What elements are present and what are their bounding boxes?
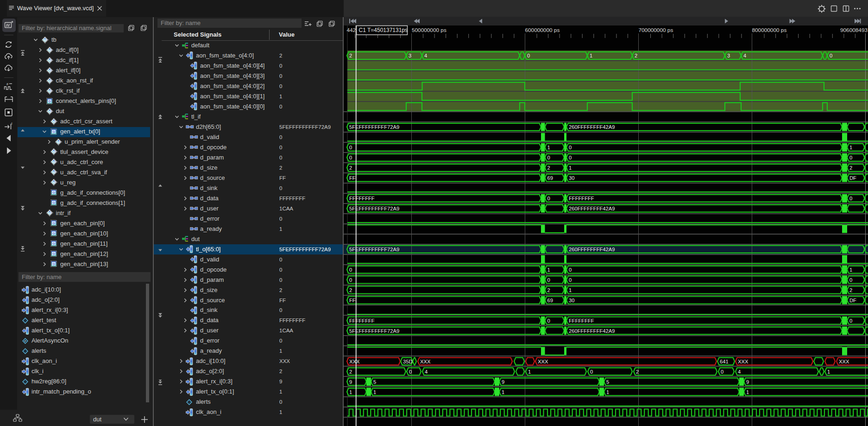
svg-text:FF: FF (349, 298, 356, 303)
svg-text:0: 0 (547, 318, 550, 324)
svg-text:0: 0 (547, 155, 550, 160)
svg-text:2: 2 (547, 287, 550, 293)
svg-text:0: 0 (547, 277, 550, 283)
svg-text:30: 30 (569, 175, 574, 181)
svg-text:2: 2 (349, 287, 352, 293)
svg-text:0: 0 (569, 267, 572, 273)
svg-text:3: 3 (727, 53, 730, 58)
svg-text:69: 69 (547, 298, 553, 303)
svg-text:69: 69 (547, 175, 553, 181)
svg-text:0: 0 (569, 277, 572, 283)
svg-text:442: 442 (347, 27, 356, 33)
svg-text:1: 1 (827, 369, 830, 375)
svg-text:4: 4 (743, 53, 746, 58)
svg-text:0: 0 (849, 277, 852, 283)
svg-text:641: 641 (720, 359, 729, 364)
svg-text:4: 4 (738, 369, 741, 375)
svg-text:906008493 ps: 906008493 ps (840, 27, 868, 33)
svg-text:1: 1 (590, 53, 592, 58)
svg-text:2: 2 (635, 53, 637, 58)
svg-text:XXX: XXX (839, 359, 849, 364)
svg-text:XXX: XXX (420, 359, 431, 364)
svg-text:DF: DF (849, 175, 856, 181)
svg-text:3: 3 (409, 53, 411, 58)
svg-text:9: 9 (349, 379, 352, 385)
svg-text:1: 1 (746, 389, 749, 395)
svg-text:9: 9 (502, 379, 504, 385)
svg-text:0: 0 (569, 155, 572, 160)
svg-text:FF: FF (349, 175, 356, 181)
svg-text:0: 0 (349, 155, 352, 160)
svg-text:2: 2 (349, 369, 352, 375)
svg-text:0: 0 (409, 369, 412, 375)
svg-text:500000000 ps: 500000000 ps (412, 27, 447, 33)
svg-text:5FEFFFFFFFFF72A9: 5FEFFFFFFFFF72A9 (349, 247, 399, 252)
svg-text:30: 30 (569, 298, 574, 303)
svg-text:35D: 35D (403, 359, 413, 364)
svg-text:2: 2 (849, 287, 852, 293)
svg-text:0: 0 (849, 196, 852, 201)
svg-text:FFFFFFFF: FFFFFFFF (569, 318, 594, 324)
svg-text:1: 1 (849, 267, 852, 273)
svg-text:1: 1 (502, 389, 504, 395)
svg-text:2: 2 (849, 165, 852, 171)
svg-text:1: 1 (349, 389, 352, 395)
svg-text:5FEFFFFFFFFF72A9: 5FEFFFFFFFFF72A9 (349, 328, 399, 334)
svg-text:5: 5 (373, 379, 376, 385)
svg-text:1: 1 (373, 389, 376, 395)
svg-text:700000000 ps: 700000000 ps (639, 27, 673, 33)
svg-text:FFFFFFFF: FFFFFFFF (349, 196, 375, 201)
svg-text:4: 4 (425, 369, 428, 375)
svg-text:FFFFFFFF: FFFFFFFF (349, 318, 375, 324)
svg-text:5FEFFFFFFFFF72A9: 5FEFFFFFFFFF72A9 (349, 124, 399, 130)
svg-text:0: 0 (527, 53, 530, 58)
svg-text:0: 0 (349, 277, 352, 283)
svg-text:5FEFFFFFFFFF72A9: 5FEFFFFFFFFF72A9 (349, 206, 399, 211)
svg-text:DF: DF (849, 298, 856, 303)
svg-text:1: 1 (547, 267, 550, 273)
svg-text:0: 0 (590, 369, 593, 375)
svg-text:0: 0 (569, 145, 572, 150)
svg-text:1: 1 (606, 389, 609, 395)
svg-text:0: 0 (349, 267, 352, 273)
svg-text:XXX: XXX (349, 359, 360, 364)
svg-text:0: 0 (849, 155, 852, 160)
svg-text:2: 2 (636, 369, 639, 375)
svg-text:1: 1 (569, 287, 572, 293)
svg-text:C1 T=450137131ps: C1 T=450137131ps (359, 27, 408, 33)
svg-text:600000000 ps: 600000000 ps (525, 27, 560, 33)
svg-text:260FFFFFFFF42A9: 260FFFFFFFF42A9 (569, 328, 615, 334)
svg-text:XXX: XXX (738, 359, 748, 364)
svg-text:1: 1 (528, 369, 531, 375)
svg-text:1: 1 (849, 145, 852, 150)
svg-text:0: 0 (830, 53, 832, 58)
svg-text:FFFFFFFF: FFFFFFFF (569, 196, 594, 201)
svg-text:1: 1 (547, 145, 550, 150)
svg-text:800000000 ps: 800000000 ps (752, 27, 787, 33)
svg-text:0: 0 (721, 369, 723, 375)
svg-text:4: 4 (424, 53, 427, 58)
svg-text:5: 5 (606, 379, 609, 385)
svg-text:2: 2 (547, 165, 550, 171)
svg-text:XXX: XXX (538, 359, 548, 364)
svg-text:9: 9 (746, 379, 749, 385)
svg-text:0: 0 (547, 196, 550, 201)
svg-text:2: 2 (349, 53, 352, 58)
svg-text:260FFFFFFFF42A9: 260FFFFFFFF42A9 (569, 247, 615, 252)
svg-text:0: 0 (349, 145, 352, 150)
svg-text:1: 1 (569, 165, 572, 171)
svg-text:0: 0 (849, 318, 852, 324)
svg-text:260FFFFFFFF42A9: 260FFFFFFFF42A9 (569, 124, 615, 130)
svg-text:260FFFFFFFF42A9: 260FFFFFFFF42A9 (569, 206, 615, 211)
svg-text:2: 2 (349, 165, 352, 171)
